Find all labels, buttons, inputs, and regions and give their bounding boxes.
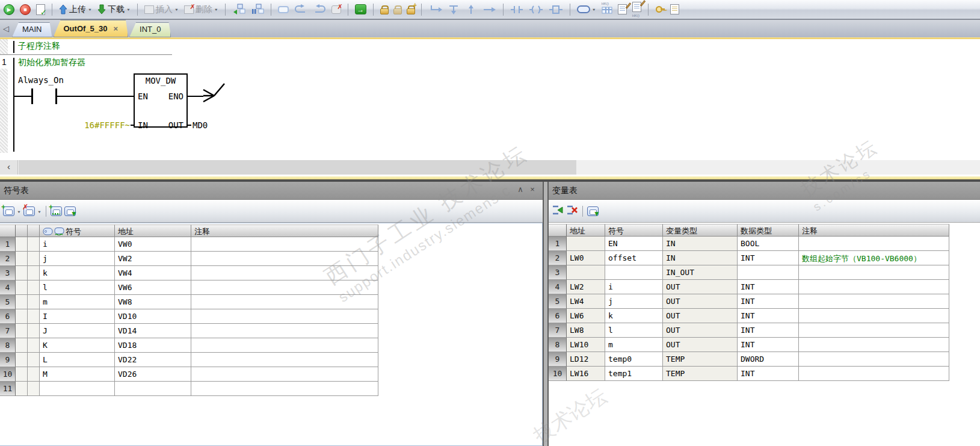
cell-address[interactable] — [115, 382, 191, 396]
branch-down-button[interactable] — [447, 2, 461, 17]
cell-address[interactable]: VW8 — [115, 295, 191, 309]
branch-up-button[interactable] — [464, 2, 479, 17]
addressing-caret-icon[interactable]: ▼ — [592, 8, 596, 11]
symbol-table-button[interactable]: HK() — [600, 2, 614, 17]
scrollbar-track[interactable] — [19, 160, 576, 175]
cell-data_type[interactable]: INT — [738, 338, 799, 352]
cell-symbol[interactable]: m — [40, 295, 115, 309]
apply-symbols-button[interactable]: ▼ — [64, 206, 76, 216]
cell-address[interactable]: VW4 — [115, 266, 191, 280]
cell-flag2[interactable] — [28, 367, 40, 382]
cell-address[interactable]: LW8 — [567, 323, 605, 338]
download-caret-icon[interactable]: ▼ — [126, 8, 131, 11]
cell-address[interactable]: VD26 — [115, 367, 191, 382]
run-button[interactable]: ▶ — [2, 2, 16, 17]
lock-add-button[interactable]: + — [405, 2, 416, 17]
cell-comment[interactable] — [191, 367, 378, 382]
cell-data_type[interactable]: INT — [738, 294, 799, 309]
cell-flag2[interactable] — [28, 237, 40, 252]
cell-flag2[interactable] — [28, 280, 40, 295]
cell-address[interactable]: LW6 — [567, 309, 605, 323]
cell-address[interactable]: VW2 — [115, 252, 191, 266]
cell-address[interactable]: VD10 — [115, 309, 191, 324]
cell-comment[interactable] — [799, 294, 949, 309]
cell-symbol[interactable]: L — [40, 353, 115, 367]
contact-tool-button[interactable] — [509, 2, 525, 17]
cell-flag2[interactable] — [28, 252, 40, 266]
cell-flag1[interactable] — [16, 252, 28, 266]
cell-comment[interactable] — [191, 266, 378, 280]
cell-flag1[interactable] — [16, 353, 28, 367]
cell-var_type[interactable]: IN_OUT — [663, 265, 738, 280]
cell-comment[interactable] — [799, 367, 949, 381]
cell-symbol[interactable]: J — [40, 324, 115, 338]
upload-button[interactable]: 上传 ▼ — [58, 2, 93, 17]
cell-flag2[interactable] — [28, 382, 40, 396]
cell-flag1[interactable] — [16, 295, 28, 309]
cell-symbol[interactable] — [40, 382, 115, 396]
cell-address[interactable]: LW16 — [567, 367, 605, 381]
close-panel-icon[interactable]: × — [528, 185, 537, 194]
cell-symbol[interactable]: k — [40, 266, 115, 280]
properties-button[interactable] — [669, 2, 680, 17]
cell-address[interactable]: VW6 — [115, 280, 191, 295]
cell-comment[interactable]: 数组起始字节（VB100-VB6000） — [799, 251, 949, 265]
panel-splitter[interactable] — [543, 182, 549, 446]
cell-address[interactable]: LD12 — [567, 352, 605, 367]
cell-var_type[interactable]: OUT — [663, 323, 738, 338]
cell-flag1[interactable] — [16, 266, 28, 280]
delete-symbol-table-button[interactable]: ✗ — [23, 206, 35, 216]
cell-comment[interactable] — [799, 280, 949, 294]
cell-flag1[interactable] — [16, 367, 28, 382]
cell-data_type[interactable]: INT — [738, 323, 799, 338]
cell-var_type[interactable]: OUT — [663, 294, 738, 309]
cell-comment[interactable] — [191, 280, 378, 295]
cell-address[interactable]: LW4 — [567, 294, 605, 309]
pin-panel-icon[interactable]: ∧ — [516, 185, 525, 194]
cell-flag1[interactable] — [16, 324, 28, 338]
cell-flag1[interactable] — [16, 338, 28, 353]
tab-scroll-left-icon[interactable]: ◁ — [0, 24, 12, 33]
cell-var_type[interactable]: TEMP — [663, 367, 738, 381]
contact-bar-left[interactable] — [31, 88, 33, 104]
goto-button[interactable]: → — [354, 2, 368, 17]
cell-address[interactable]: VW0 — [115, 237, 191, 252]
cell-symbol[interactable]: j — [40, 252, 115, 266]
cell-flag2[interactable] — [28, 295, 40, 309]
cell-var_type[interactable]: IN — [663, 237, 738, 251]
program-status-button[interactable] — [231, 2, 247, 17]
delete-table-caret-icon[interactable]: ▼ — [37, 209, 42, 213]
lock-button[interactable] — [379, 2, 389, 17]
cell-comment[interactable] — [191, 353, 378, 367]
cell-comment[interactable] — [799, 265, 949, 280]
cell-symbol[interactable]: l — [40, 280, 115, 295]
out-operand[interactable]: MD0 — [193, 120, 208, 130]
pause-status-button[interactable] — [250, 2, 265, 17]
cell-data_type[interactable]: INT — [738, 280, 799, 294]
cell-comment[interactable] — [799, 309, 949, 323]
download-button[interactable]: 下载 ▼ — [96, 2, 132, 17]
delete-button[interactable]: ✗ 删除 ▼ — [183, 2, 220, 17]
cell-comment[interactable] — [191, 382, 378, 396]
cell-data_type[interactable]: INT — [738, 309, 799, 323]
new-symbol-table-button[interactable]: + — [3, 206, 14, 216]
in-operand[interactable]: 16#FFFFF~ — [77, 120, 130, 130]
ladder-editor[interactable]: 子程序注释 1 初始化累加暂存器 Always_On MOV_DW EN ENO… — [0, 39, 980, 160]
upload-caret-icon[interactable]: ▼ — [88, 8, 92, 11]
tab-main[interactable]: MAIN — [12, 22, 52, 37]
cell-comment[interactable] — [799, 352, 949, 367]
cell-comment[interactable] — [799, 323, 949, 338]
cell-symbol[interactable]: M — [40, 367, 115, 382]
cell-symbol[interactable]: j — [605, 294, 663, 309]
cell-data_type[interactable]: BOOL — [738, 237, 799, 251]
cell-symbol[interactable]: k — [605, 309, 663, 323]
cell-comment[interactable] — [799, 338, 949, 352]
cell-symbol[interactable] — [605, 265, 663, 280]
cell-comment[interactable] — [191, 338, 378, 353]
cell-comment[interactable] — [191, 237, 378, 252]
cell-var_type[interactable]: TEMP — [663, 352, 738, 367]
cell-flag1[interactable] — [16, 280, 28, 295]
mov-dw-box[interactable]: MOV_DW EN ENO IN OUT — [134, 73, 188, 128]
stop-button[interactable]: ■ — [19, 2, 32, 17]
line-right-button[interactable] — [482, 2, 498, 17]
